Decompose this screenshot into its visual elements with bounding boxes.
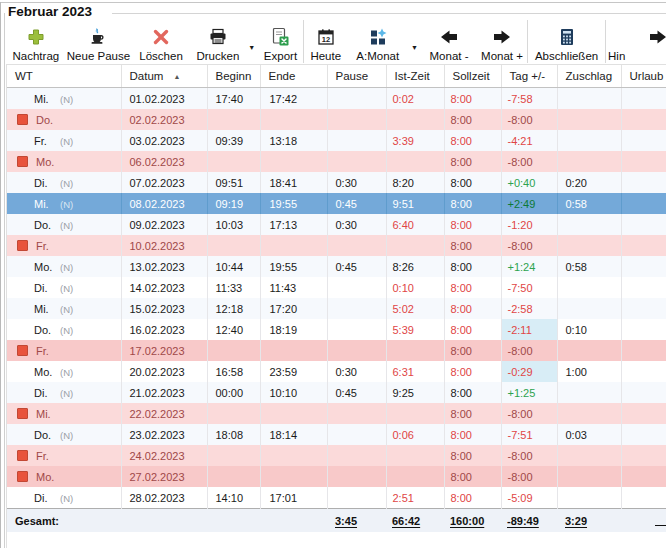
loeschen-button[interactable]: Löschen bbox=[131, 17, 191, 64]
tag-cell[interactable]: -4:21 bbox=[501, 130, 557, 151]
pause-cell[interactable] bbox=[327, 109, 386, 130]
urlaub-cell[interactable] bbox=[621, 487, 666, 509]
table-row[interactable]: Mi.22.02.20238:00-8:00 bbox=[7, 403, 666, 424]
datum-cell[interactable]: 07.02.2023 bbox=[121, 172, 207, 193]
ende-cell[interactable] bbox=[260, 151, 327, 172]
weekday-cell[interactable]: Mi.(N) bbox=[7, 88, 121, 110]
ende-cell[interactable]: 17:20 bbox=[260, 298, 327, 319]
soll-cell[interactable]: 8:00 bbox=[444, 403, 501, 424]
zuschlag-cell[interactable] bbox=[557, 445, 621, 466]
weekday-cell[interactable]: Do. bbox=[7, 109, 121, 130]
ist-cell[interactable] bbox=[386, 235, 444, 256]
ende-cell[interactable]: 17:01 bbox=[260, 487, 327, 509]
pause-cell[interactable] bbox=[327, 130, 386, 151]
tag-cell[interactable]: +0:40 bbox=[501, 172, 557, 193]
tag-cell[interactable]: +1:25 bbox=[501, 382, 557, 403]
a-monat-button[interactable]: A:Monat bbox=[348, 17, 408, 64]
tag-cell[interactable]: -5:09 bbox=[501, 487, 557, 509]
beginn-cell[interactable]: 14:10 bbox=[207, 487, 260, 509]
column-header-urlaub[interactable]: Urlaub bbox=[621, 65, 666, 88]
table-row[interactable]: Mo.(N)20.02.202316:5823:590:306:318:00-0… bbox=[7, 361, 666, 382]
datum-cell[interactable]: 23.02.2023 bbox=[121, 424, 207, 445]
beginn-cell[interactable]: 12:18 bbox=[207, 298, 260, 319]
datum-cell[interactable]: 24.02.2023 bbox=[121, 445, 207, 466]
weekday-cell[interactable]: Mi.(N) bbox=[7, 298, 121, 319]
soll-cell[interactable]: 8:00 bbox=[444, 298, 501, 319]
urlaub-cell[interactable] bbox=[621, 88, 666, 110]
table-row[interactable]: Fr.24.02.20238:00-8:00 bbox=[7, 445, 666, 466]
column-header-tag[interactable]: Tag +/- bbox=[501, 65, 557, 88]
urlaub-cell[interactable] bbox=[621, 466, 666, 487]
tag-cell[interactable]: +2:49 bbox=[501, 193, 557, 214]
table-row[interactable]: Mi.(N)01.02.202317:4017:420:028:00-7:58 bbox=[7, 88, 666, 110]
urlaub-cell[interactable] bbox=[621, 319, 666, 340]
tag-cell[interactable]: -8:00 bbox=[501, 340, 557, 361]
weekday-cell[interactable]: Fr. bbox=[7, 235, 121, 256]
column-header-wt[interactable]: WT bbox=[7, 65, 121, 88]
table-row[interactable]: Do.(N)09.02.202310:0317:130:306:408:00-1… bbox=[7, 214, 666, 235]
beginn-cell[interactable]: 00:00 bbox=[207, 382, 260, 403]
pause-cell[interactable]: 0:30 bbox=[327, 361, 386, 382]
urlaub-cell[interactable] bbox=[621, 382, 666, 403]
pause-cell[interactable] bbox=[327, 88, 386, 110]
ist-cell[interactable]: 0:10 bbox=[386, 277, 444, 298]
beginn-cell[interactable] bbox=[207, 151, 260, 172]
ist-cell[interactable] bbox=[386, 340, 444, 361]
ist-cell[interactable]: 0:02 bbox=[386, 88, 444, 110]
datum-cell[interactable]: 17.02.2023 bbox=[121, 340, 207, 361]
beginn-cell[interactable] bbox=[207, 340, 260, 361]
urlaub-cell[interactable] bbox=[621, 109, 666, 130]
pause-cell[interactable] bbox=[327, 445, 386, 466]
soll-cell[interactable]: 8:00 bbox=[444, 277, 501, 298]
beginn-cell[interactable] bbox=[207, 445, 260, 466]
ist-cell[interactable]: 3:39 bbox=[386, 130, 444, 151]
table-row[interactable]: Do.02.02.20238:00-8:00 bbox=[7, 109, 666, 130]
export-button[interactable]: Export bbox=[258, 17, 302, 64]
zuschlag-cell[interactable] bbox=[557, 277, 621, 298]
ende-cell[interactable]: 23:59 bbox=[260, 361, 327, 382]
urlaub-cell[interactable] bbox=[621, 193, 666, 214]
abschliessen-button[interactable]: Abschließen bbox=[528, 17, 605, 64]
ist-cell[interactable] bbox=[386, 403, 444, 424]
zuschlag-cell[interactable]: 0:58 bbox=[557, 193, 621, 214]
beginn-cell[interactable]: 09:19 bbox=[207, 193, 260, 214]
zuschlag-cell[interactable] bbox=[557, 487, 621, 509]
weekday-cell[interactable]: Di.(N) bbox=[7, 382, 121, 403]
weekday-cell[interactable]: Di.(N) bbox=[7, 277, 121, 298]
ende-cell[interactable] bbox=[260, 445, 327, 466]
table-row[interactable]: Di.(N)14.02.202311:3311:430:108:00-7:50 bbox=[7, 277, 666, 298]
pause-cell[interactable] bbox=[327, 340, 386, 361]
column-header-pause[interactable]: Pause bbox=[327, 65, 386, 88]
datum-cell[interactable]: 10.02.2023 bbox=[121, 235, 207, 256]
beginn-cell[interactable]: 10:03 bbox=[207, 214, 260, 235]
urlaub-cell[interactable] bbox=[621, 256, 666, 277]
ende-cell[interactable]: 17:13 bbox=[260, 214, 327, 235]
drucken-dropdown-arrow-icon[interactable]: ▼ bbox=[245, 17, 258, 64]
beginn-cell[interactable]: 09:51 bbox=[207, 172, 260, 193]
beginn-cell[interactable]: 11:33 bbox=[207, 277, 260, 298]
soll-cell[interactable]: 8:00 bbox=[444, 88, 501, 110]
column-header-soll[interactable]: Sollzeit bbox=[444, 65, 501, 88]
heute-button[interactable]: 12Heute bbox=[304, 17, 348, 64]
ist-cell[interactable] bbox=[386, 445, 444, 466]
table-row[interactable]: Do.(N)16.02.202312:4018:195:398:00-2:110… bbox=[7, 319, 666, 340]
zuschlag-cell[interactable] bbox=[557, 340, 621, 361]
monat-minus-button[interactable]: Monat - bbox=[421, 17, 477, 64]
urlaub-cell[interactable] bbox=[621, 277, 666, 298]
pause-cell[interactable]: 0:30 bbox=[327, 214, 386, 235]
tag-cell[interactable]: -8:00 bbox=[501, 466, 557, 487]
datum-cell[interactable]: 28.02.2023 bbox=[121, 487, 207, 509]
soll-cell[interactable]: 8:00 bbox=[444, 109, 501, 130]
table-row[interactable]: Fr.17.02.20238:00-8:00 bbox=[7, 340, 666, 361]
monat-plus-button[interactable]: Monat + bbox=[477, 17, 527, 64]
urlaub-cell[interactable] bbox=[621, 214, 666, 235]
urlaub-cell[interactable] bbox=[621, 235, 666, 256]
pause-cell[interactable] bbox=[327, 277, 386, 298]
pause-cell[interactable]: 0:30 bbox=[327, 172, 386, 193]
table-row[interactable]: Di.(N)28.02.202314:1017:012:518:00-5:09 bbox=[7, 487, 666, 509]
zuschlag-cell[interactable]: 0:20 bbox=[557, 172, 621, 193]
zuschlag-cell[interactable] bbox=[557, 109, 621, 130]
ist-cell[interactable]: 2:51 bbox=[386, 487, 444, 509]
soll-cell[interactable]: 8:00 bbox=[444, 487, 501, 509]
column-header-datum[interactable]: Datum▲ bbox=[121, 65, 207, 88]
